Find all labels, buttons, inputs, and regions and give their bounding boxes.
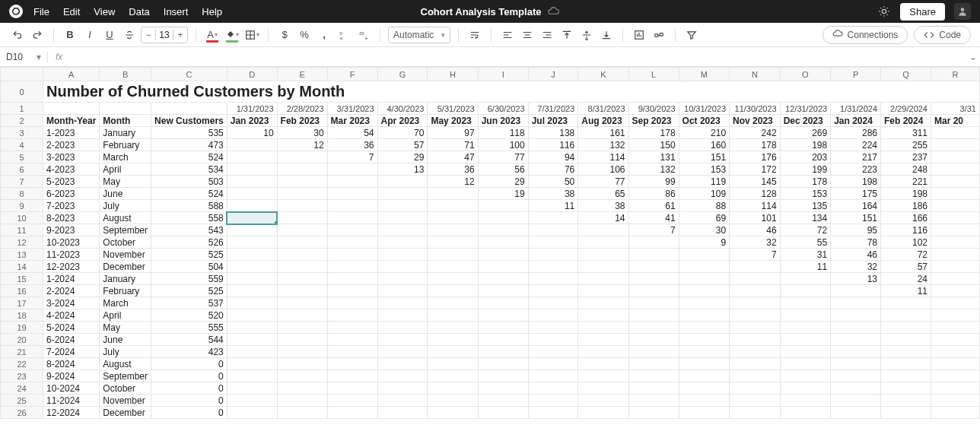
- cell[interactable]: [931, 273, 979, 285]
- cell[interactable]: [327, 236, 377, 249]
- cell[interactable]: [628, 322, 679, 334]
- cell[interactable]: [327, 261, 377, 273]
- cell[interactable]: 134: [780, 212, 831, 224]
- cell[interactable]: 9/30/2023: [628, 103, 679, 115]
- align-middle-button[interactable]: [578, 27, 595, 43]
- cell[interactable]: 537: [151, 297, 228, 309]
- row-header[interactable]: 13: [1, 249, 43, 261]
- cell[interactable]: [277, 407, 327, 419]
- column-header[interactable]: C: [151, 68, 228, 81]
- cell[interactable]: 70: [377, 127, 428, 139]
- undo-button[interactable]: [9, 27, 26, 43]
- menu-edit[interactable]: Edit: [63, 6, 80, 17]
- column-header[interactable]: P: [831, 68, 881, 81]
- cell[interactable]: 286: [831, 127, 881, 139]
- cell[interactable]: [227, 200, 277, 212]
- cell[interactable]: 504: [151, 261, 228, 273]
- row-header[interactable]: 14: [1, 261, 43, 273]
- cell[interactable]: [227, 224, 277, 236]
- cell[interactable]: [780, 273, 831, 285]
- row-header[interactable]: 24: [1, 382, 43, 395]
- cell[interactable]: [628, 370, 679, 382]
- select-all-corner[interactable]: [1, 68, 43, 81]
- cell[interactable]: Sep 2023: [628, 115, 679, 127]
- cell[interactable]: 109: [679, 188, 730, 200]
- cell[interactable]: [277, 236, 327, 249]
- cell[interactable]: 32: [831, 261, 881, 273]
- cell[interactable]: [780, 334, 831, 346]
- cell[interactable]: December: [100, 261, 151, 273]
- cell-reference-dropdown-icon[interactable]: ▾: [37, 52, 44, 62]
- cell[interactable]: [227, 370, 277, 382]
- cell[interactable]: August: [100, 212, 151, 224]
- cell[interactable]: [377, 395, 428, 407]
- cell[interactable]: Month: [100, 115, 151, 127]
- cell[interactable]: [578, 322, 628, 334]
- cell[interactable]: [327, 309, 377, 322]
- font-size-increase[interactable]: +: [173, 30, 187, 40]
- cell[interactable]: 203: [780, 151, 831, 163]
- cell[interactable]: 30: [679, 224, 730, 236]
- cell[interactable]: 95: [831, 224, 881, 236]
- comma-format-button[interactable]: ,: [316, 27, 332, 43]
- cell[interactable]: 38: [578, 200, 628, 212]
- cell[interactable]: 7: [327, 151, 377, 163]
- cell[interactable]: [327, 407, 377, 419]
- cell[interactable]: [277, 261, 327, 273]
- cell[interactable]: [227, 273, 277, 285]
- cell[interactable]: [628, 346, 679, 358]
- cell[interactable]: 1/31/2024: [831, 103, 881, 115]
- cell[interactable]: 160: [679, 139, 730, 151]
- cell[interactable]: Oct 2023: [679, 115, 730, 127]
- cell[interactable]: 6-2024: [43, 334, 100, 346]
- currency-format-button[interactable]: $: [276, 27, 293, 43]
- column-header[interactable]: J: [528, 68, 578, 81]
- cell[interactable]: 164: [831, 200, 881, 212]
- cell[interactable]: [227, 382, 277, 395]
- cell[interactable]: 525: [151, 285, 228, 297]
- cell[interactable]: [831, 297, 881, 309]
- cell[interactable]: [578, 334, 628, 346]
- cell[interactable]: 100: [478, 139, 528, 151]
- cell[interactable]: [377, 346, 428, 358]
- cell[interactable]: October: [100, 236, 151, 249]
- cell[interactable]: [578, 407, 628, 419]
- cell[interactable]: [831, 334, 881, 346]
- cell[interactable]: [428, 382, 478, 395]
- cell[interactable]: [377, 407, 428, 419]
- cell[interactable]: [277, 346, 327, 358]
- cell[interactable]: 12: [277, 139, 327, 151]
- cell[interactable]: [428, 370, 478, 382]
- cell[interactable]: [478, 370, 528, 382]
- cell[interactable]: [227, 285, 277, 297]
- cell[interactable]: [578, 358, 628, 370]
- cell[interactable]: 423: [151, 346, 228, 358]
- cell[interactable]: 198: [881, 188, 931, 200]
- cell[interactable]: 132: [628, 163, 679, 176]
- cell[interactable]: [730, 382, 781, 395]
- cell[interactable]: [780, 346, 831, 358]
- menu-view[interactable]: View: [94, 6, 115, 17]
- cell[interactable]: [327, 249, 377, 261]
- cell[interactable]: 555: [151, 322, 228, 334]
- cell[interactable]: 248: [881, 163, 931, 176]
- cell[interactable]: [881, 297, 931, 309]
- cell[interactable]: 13: [831, 273, 881, 285]
- cell[interactable]: [478, 395, 528, 407]
- cell[interactable]: 237: [881, 151, 931, 163]
- cell[interactable]: 5-2023: [43, 176, 100, 188]
- cell[interactable]: 3/31: [931, 103, 979, 115]
- cell[interactable]: 99: [628, 176, 679, 188]
- cell[interactable]: [730, 395, 781, 407]
- cell[interactable]: [931, 322, 979, 334]
- cell[interactable]: [780, 309, 831, 322]
- spreadsheet-grid[interactable]: ABCDEFGHIJKLMNOPQR0Number of Churned Cus…: [0, 67, 980, 425]
- row-header[interactable]: 20: [1, 334, 43, 346]
- cell[interactable]: September: [100, 224, 151, 236]
- row-header[interactable]: 15: [1, 273, 43, 285]
- cell[interactable]: [780, 382, 831, 395]
- cell[interactable]: [227, 151, 277, 163]
- cell[interactable]: [831, 358, 881, 370]
- cell[interactable]: [628, 249, 679, 261]
- cell[interactable]: 534: [151, 163, 228, 176]
